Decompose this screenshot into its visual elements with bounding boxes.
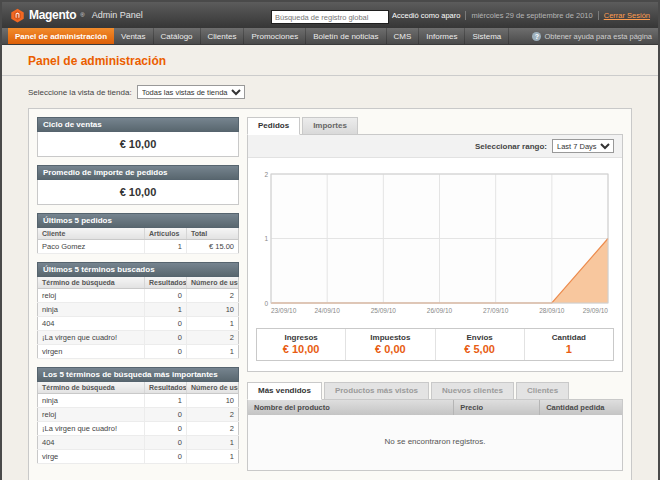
orders-tabs: Pedidos Importes — [247, 117, 623, 135]
stat-value: € 10,00 — [257, 343, 345, 355]
column-header: Número de usos — [187, 382, 239, 394]
svg-text:28/09/10: 28/09/10 — [539, 307, 565, 314]
table-cell: 0 — [145, 331, 187, 345]
column-header: Término de búsqueda — [38, 382, 145, 394]
empty-row: No se encontraron registros. — [248, 415, 622, 470]
table-cell: reloj — [38, 408, 145, 422]
logo-text: Magento — [29, 8, 76, 22]
table-cell: ninja — [38, 394, 145, 408]
global-search-input[interactable] — [271, 10, 389, 24]
table-row[interactable]: 40401 — [38, 317, 239, 331]
table-row[interactable]: ¡La virgen que cuadro!02 — [38, 422, 239, 436]
stat-cantidad: Cantidad 1 — [524, 329, 613, 360]
table-cell: virge — [38, 450, 145, 464]
totals-row: Ingresos € 10,00 Impuestos € 0,00 Envíos… — [256, 328, 614, 361]
table-cell: 2 — [187, 408, 239, 422]
nav-item-system[interactable]: Sistema — [465, 28, 509, 44]
stat-label: Ingresos — [257, 333, 345, 342]
average-orders-block: Promedio de importe de pedidos € 10,00 — [37, 165, 239, 205]
svg-text:24/09/10: 24/09/10 — [315, 307, 341, 314]
table-cell: Paco Gomez — [38, 240, 145, 254]
tab-mas-vendidos[interactable]: Más vendidos — [247, 382, 322, 400]
magento-logo-icon — [10, 8, 25, 23]
logo-trademark: ® — [80, 12, 84, 18]
table-cell: 0 — [145, 436, 187, 450]
stat-label: Impuestos — [346, 333, 434, 342]
stat-impuestos: Impuestos € 0,00 — [345, 329, 434, 360]
tab-clientes[interactable]: Clientes — [516, 382, 569, 400]
tab-productos-mas-vistos[interactable]: Productos más vistos — [324, 382, 429, 400]
table-cell: 404 — [38, 317, 145, 331]
table-row[interactable]: ninja110 — [38, 303, 239, 317]
top-search-terms-table: Término de búsquedaResultadosNúmero de u… — [37, 382, 239, 464]
range-row: Seleccionar rango: Last 7 Days — [248, 135, 622, 158]
table-row[interactable]: Paco Gomez1€ 15.00 — [38, 240, 239, 254]
stat-ingresos: Ingresos € 10,00 — [257, 329, 345, 360]
help-icon: ? — [532, 32, 541, 41]
header-row: Término de búsquedaResultadosNúmero de u… — [38, 382, 239, 394]
tab-nuevos-clientes[interactable]: Nuevos clientes — [431, 382, 514, 400]
svg-text:25/09/10: 25/09/10 — [371, 307, 397, 314]
table-cell: 1 — [145, 303, 187, 317]
table-row[interactable]: 40401 — [38, 436, 239, 450]
nav-item-catalog[interactable]: Catálogo — [154, 28, 201, 44]
nav-item-sales[interactable]: Ventas — [114, 28, 153, 44]
logout-link[interactable]: Cerrar Sesión — [598, 11, 650, 20]
store-view-select[interactable]: Todas las vistas de tienda — [137, 85, 245, 99]
last-search-terms-table: Término de búsquedaResultadosNúmero de u… — [37, 277, 239, 359]
table-cell: 1 — [145, 240, 187, 254]
table-row[interactable]: virge01 — [38, 450, 239, 464]
block-title: Últimos 5 pedidos — [37, 213, 239, 228]
table-row[interactable]: reloj02 — [38, 408, 239, 422]
table-row[interactable]: reloj02 — [38, 289, 239, 303]
table-cell: ¡La virgen que cuadro! — [38, 422, 145, 436]
table-cell: 2 — [187, 422, 239, 436]
svg-text:27/09/10: 27/09/10 — [483, 307, 509, 314]
magento-logo: Magento® Admin Panel — [10, 8, 271, 23]
nav-item-customers[interactable]: Clientes — [201, 28, 245, 44]
nav-item-newsletter[interactable]: Boletín de noticias — [306, 28, 386, 44]
store-switcher: Seleccione la vista de tienda: Todas las… — [2, 76, 658, 106]
page-title: Panel de administración — [2, 45, 658, 75]
table-cell: 1 — [187, 436, 239, 450]
last-orders-block: Últimos 5 pedidos ClienteArtículosTotalP… — [37, 213, 239, 254]
page-help-link[interactable]: ? Obtener ayuda para esta página — [532, 28, 652, 44]
help-label: Obtener ayuda para esta página — [544, 32, 652, 41]
table-cell: 10 — [187, 303, 239, 317]
svg-text:29/09/10: 29/09/10 — [583, 307, 609, 314]
header-date: miércoles 29 de septiembre de 2010 — [465, 11, 597, 20]
header-user-status: Accedió como aparo — [392, 11, 465, 20]
nav-item-cms[interactable]: CMS — [387, 28, 420, 44]
table-row[interactable]: virgen01 — [38, 345, 239, 359]
table-cell: € 15.00 — [187, 240, 239, 254]
table-row[interactable]: ninja110 — [38, 394, 239, 408]
tab-pedidos[interactable]: Pedidos — [247, 117, 300, 135]
header-right: Accedió como aparo miércoles 29 de septi… — [389, 11, 650, 20]
column-header: Artículos — [145, 228, 187, 240]
table-cell: virgen — [38, 345, 145, 359]
column-header: Término de búsqueda — [38, 277, 145, 289]
store-view-label: Seleccione la vista de tienda: — [28, 88, 132, 97]
nav-item-reports[interactable]: Informes — [419, 28, 465, 44]
table-cell: 404 — [38, 436, 145, 450]
block-title: Ciclo de ventas — [37, 117, 239, 132]
bottom-section: Más vendidos Productos más vistos Nuevos… — [247, 382, 623, 471]
block-title: Promedio de importe de pedidos — [37, 165, 239, 180]
nav-item-dashboard[interactable]: Panel de administración — [8, 28, 114, 44]
svg-text:23/09/10: 23/09/10 — [271, 307, 297, 314]
dashboard-container: Ciclo de ventas € 10,00 Promedio de impo… — [28, 108, 632, 480]
svg-text:2: 2 — [264, 171, 268, 178]
table-cell: 1 — [187, 317, 239, 331]
table-cell: reloj — [38, 289, 145, 303]
table-row[interactable]: ¡La virgen que cuadro!02 — [38, 331, 239, 345]
tab-importes[interactable]: Importes — [302, 117, 358, 135]
nav-item-promotions[interactable]: Promociones — [244, 28, 306, 44]
range-select[interactable]: Last 7 Days — [552, 139, 614, 153]
stat-value: 1 — [525, 343, 613, 355]
svg-text:26/09/10: 26/09/10 — [427, 307, 453, 314]
table-cell: 2 — [187, 289, 239, 303]
orders-chart: 23/09/1024/09/1025/09/1026/09/1027/09/10… — [256, 166, 614, 316]
table-cell: 0 — [145, 289, 187, 303]
table-cell: 0 — [145, 450, 187, 464]
header-row: Término de búsquedaResultadosNúmero de u… — [38, 277, 239, 289]
